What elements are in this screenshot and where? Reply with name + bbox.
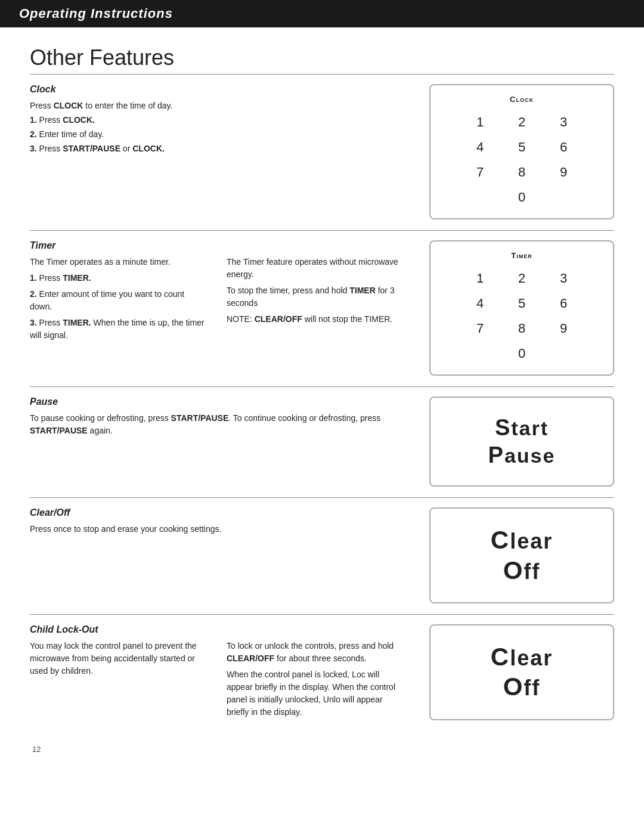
timer-step1: 1. Press TIMER. (30, 272, 209, 284)
clearoff-divider (30, 497, 614, 498)
childlock-two-col: You may lock the control panel to preven… (30, 640, 405, 722)
header-title: Operating Instructions (19, 6, 625, 21)
pause-section: Pause To pause cooking or defrosting, pr… (30, 397, 614, 497)
childlock-divider (30, 614, 614, 615)
numpad-2: 2 (506, 111, 537, 134)
childlock-col1: You may lock the control panel to preven… (30, 640, 209, 722)
numpad-3: 3 (548, 111, 579, 134)
timer-numpad-7: 7 (465, 317, 496, 340)
childlock-panel-text: Clear Off (491, 642, 553, 702)
clearoff-text: Clear/Off Press once to stop and erase y… (30, 507, 429, 539)
clearoff-title: Clear/Off (30, 507, 405, 518)
clock-step3: 3. Press START/PAUSE or CLOCK. (30, 143, 405, 155)
page-content: Other Features Clock Press CLOCK to ente… (0, 27, 644, 778)
timer-numpad-1: 1 (465, 267, 496, 290)
timer-numpad-empty-r (548, 342, 579, 365)
header-bar: Operating Instructions (0, 0, 644, 27)
numpad-9: 9 (548, 161, 579, 184)
pause-text: Pause To pause cooking or defrosting, pr… (30, 397, 429, 441)
timer-intro: The Timer operates as a minute timer. (30, 256, 209, 268)
clear-label: Clear (491, 525, 553, 555)
clock-panel-label: Clock (510, 95, 534, 104)
timer-panel: Timer 1 2 3 4 5 6 7 8 9 0 (429, 240, 614, 376)
childlock-panel: Clear Off (429, 624, 614, 720)
start-pause-text: Start Pause (488, 414, 556, 469)
timer-note2: To stop the timer, press and hold TIMER … (227, 284, 405, 309)
clock-panel: Clock 1 2 3 4 5 6 7 8 9 0 (429, 84, 614, 219)
clearoff-panel-text: Clear Off (491, 525, 553, 586)
clock-title: Clock (30, 84, 405, 95)
timer-numpad-8: 8 (506, 317, 537, 340)
timer-numpad-0: 0 (506, 342, 537, 365)
timer-note3: NOTE: CLEAR/OFF will not stop the TIMER. (227, 313, 405, 326)
childlock-section: Child Lock-Out You may lock the control … (30, 624, 614, 733)
pause-label: Pause (488, 442, 556, 469)
childlock-off-label: Off (491, 672, 553, 702)
timer-step2: 2. Enter amount of time you want to coun… (30, 288, 209, 313)
timer-numpad-6: 6 (548, 292, 579, 315)
timer-panel-label: Timer (511, 251, 532, 260)
timer-step3: 3. Press TIMER. When the time is up, the… (30, 317, 209, 342)
clearoff-panel: Clear Off (429, 507, 614, 603)
numpad-4: 4 (465, 136, 496, 159)
timer-numpad-4: 4 (465, 292, 496, 315)
timer-col2: The Timer feature operates without micro… (227, 256, 405, 345)
timer-text: Timer The Timer operates as a minute tim… (30, 240, 429, 345)
childlock-note2: When the control panel is locked, Loc wi… (227, 668, 405, 719)
clock-text: Clock Press CLOCK to enter the time of d… (30, 84, 429, 157)
clock-step2: 2. Enter time of day. (30, 128, 405, 141)
page-number: 12 (30, 745, 614, 754)
timer-numpad-empty-l (465, 342, 496, 365)
clearoff-section: Clear/Off Press once to stop and erase y… (30, 507, 614, 614)
page-title: Other Features (30, 45, 614, 70)
numpad-1: 1 (465, 111, 496, 134)
off-label: Off (491, 556, 553, 586)
childlock-clear-label: Clear (491, 642, 553, 672)
timer-section: Timer The Timer operates as a minute tim… (30, 240, 614, 386)
numpad-5: 5 (506, 136, 537, 159)
numpad-6: 6 (548, 136, 579, 159)
numpad-empty-left (465, 186, 496, 209)
childlock-title: Child Lock-Out (30, 624, 405, 635)
timer-col1: The Timer operates as a minute timer. 1.… (30, 256, 209, 345)
numpad-0: 0 (506, 186, 537, 209)
start-label: Start (488, 414, 556, 442)
clock-step1: 1. Press CLOCK. (30, 114, 405, 126)
numpad-empty-right (548, 186, 579, 209)
timer-numpad-3: 3 (548, 267, 579, 290)
timer-numpad: 1 2 3 4 5 6 7 8 9 0 (465, 267, 579, 365)
clearoff-desc: Press once to stop and erase your cookin… (30, 523, 405, 535)
start-pause-panel: Start Pause (429, 397, 614, 487)
childlock-col2: To lock or unlock the controls, press an… (227, 640, 405, 722)
timer-note1: The Timer feature operates without micro… (227, 256, 405, 281)
timer-two-col: The Timer operates as a minute timer. 1.… (30, 256, 405, 345)
clock-section: Clock Press CLOCK to enter the time of d… (30, 84, 614, 230)
numpad-8: 8 (506, 161, 537, 184)
pause-desc: To pause cooking or defrosting, press ST… (30, 412, 405, 437)
timer-numpad-2: 2 (506, 267, 537, 290)
pause-divider (30, 386, 614, 387)
timer-numpad-5: 5 (506, 292, 537, 315)
childlock-note1: To lock or unlock the controls, press an… (227, 640, 405, 665)
clock-numpad: 1 2 3 4 5 6 7 8 9 0 (465, 111, 579, 209)
timer-title: Timer (30, 240, 405, 251)
childlock-text: Child Lock-Out You may lock the control … (30, 624, 429, 722)
timer-divider (30, 230, 614, 231)
childlock-desc1: You may lock the control panel to preven… (30, 640, 209, 677)
numpad-7: 7 (465, 161, 496, 184)
clock-intro: Press CLOCK to enter the time of day. (30, 100, 405, 112)
pause-title: Pause (30, 397, 405, 407)
timer-numpad-9: 9 (548, 317, 579, 340)
title-divider (30, 74, 614, 75)
